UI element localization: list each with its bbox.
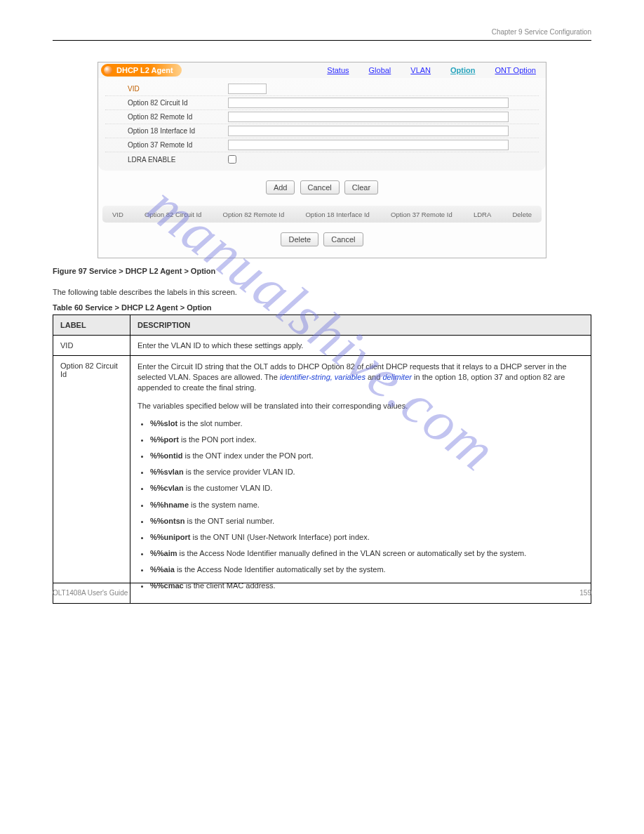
col-vid: VID [112, 211, 123, 218]
variable-desc: is the Access Node Identifier automatica… [175, 565, 386, 574]
col-opt82c: Option 82 Circuit Id [145, 211, 201, 218]
row0-desc: Enter the VLAN ID to which these setting… [130, 336, 591, 356]
list-item: %%aim is the Access Node Identifier manu… [150, 548, 584, 559]
row-opt18-interface: Option 18 Interface Id [105, 124, 539, 138]
list-item: %%port is the PON port index. [150, 435, 584, 445]
variable-desc: is the ONT index under the PON port. [182, 451, 313, 460]
variable-desc: is the customer VLAN ID. [184, 484, 273, 492]
add-button[interactable]: Add [266, 180, 295, 194]
cancel-bottom-button[interactable]: Cancel [323, 232, 363, 246]
nav-vlan-link[interactable]: VLAN [410, 66, 431, 74]
panel-title: DHCP L2 Agent [116, 66, 173, 74]
variable-desc: is the ONT UNI (User-Network Interface) … [190, 533, 369, 541]
nav-status-link[interactable]: Status [327, 66, 349, 74]
th-desc: DESCRIPTION [130, 315, 591, 336]
row1-p1var2: delimiter [382, 373, 412, 381]
row1-p1: Enter the Circuit ID string that the OLT… [137, 362, 584, 394]
row-ldra: LDRA ENABLE [105, 152, 539, 166]
variable-name: %%port [150, 435, 179, 444]
footer-rule [53, 583, 591, 583]
page-header-right: Chapter 9 Service Configuration [53, 28, 591, 36]
explain-line: The following table describes the labels… [53, 288, 591, 296]
variable-name: %%slot [150, 419, 177, 428]
variable-name: %%uniport [150, 533, 190, 541]
nav-ont-option-link[interactable]: ONT Option [495, 66, 537, 74]
row-opt37-remote: Option 37 Remote Id [105, 138, 539, 152]
list-item: %%svlan is the service provider VLAN ID. [150, 467, 584, 477]
opt18-interface-input[interactable] [228, 126, 509, 136]
row1-label: Option 82 Circuit Id [53, 356, 130, 604]
opt37-remote-input[interactable] [228, 140, 509, 150]
list-item: %%cvlan is the customer VLAN ID. [150, 483, 584, 494]
ldra-checkbox[interactable] [228, 155, 236, 164]
opt82-remote-input[interactable] [228, 112, 509, 122]
row-vid: VID [105, 82, 539, 96]
opt82-remote-label: Option 82 Remote Id [105, 113, 228, 121]
row1-p1var: identifier-string, variables [280, 373, 365, 381]
vid-label: VID [105, 85, 228, 93]
ldra-label: LDRA ENABLE [105, 156, 228, 164]
opt37-remote-label: Option 37 Remote Id [105, 141, 228, 149]
cancel-button[interactable]: Cancel [300, 180, 340, 194]
variable-name: %%cvlan [150, 484, 184, 492]
description-table: LABEL DESCRIPTION VID Enter the VLAN ID … [53, 315, 591, 604]
clear-button[interactable]: Clear [344, 180, 378, 194]
panel-title-bar: DHCP L2 Agent [101, 64, 182, 77]
variable-desc: is the PON port index. [179, 435, 257, 444]
footer-left: OLT1408A User's Guide [53, 589, 128, 597]
table-rest: Service > DHCP L2 Agent > Option [85, 303, 211, 312]
figure-rest: Service > DHCP L2 Agent > Option [89, 267, 215, 275]
column-header-bar: VID Option 82 Circuit Id Option 82 Remot… [102, 206, 542, 223]
variable-name: %%aia [150, 565, 175, 574]
list-item: %%ontsn is the ONT serial number. [150, 516, 584, 527]
th-label: LABEL [53, 315, 130, 336]
variable-desc: is the Access Node Identifier manually d… [177, 549, 527, 557]
variable-desc: is the system name. [189, 501, 260, 509]
row-opt82-remote: Option 82 Remote Id [105, 110, 539, 124]
panel-header: DHCP L2 Agent Status Global VLAN Option … [98, 62, 546, 78]
row1-desc: Enter the Circuit ID string that the OLT… [130, 356, 591, 604]
table-row: Option 82 Circuit Id Enter the Circuit I… [53, 356, 591, 604]
variable-desc: is the ONT serial number. [185, 517, 275, 525]
panel-orb-icon [104, 66, 112, 74]
buttons-top: Add Cancel Clear [98, 171, 546, 206]
figure-prefix: Figure 97 [53, 267, 89, 275]
footer-right: 159 [579, 589, 591, 597]
page-footer: OLT1408A User's Guide 159 [53, 576, 591, 597]
variable-name: %%hname [150, 501, 189, 509]
variable-name: %%svlan [150, 468, 184, 476]
col-delete: Delete [512, 211, 531, 218]
nav-global-link[interactable]: Global [369, 66, 391, 74]
header-rule [53, 40, 591, 41]
variable-desc: is the slot number. [177, 419, 242, 428]
nav-option-link[interactable]: Option [450, 66, 475, 74]
row-opt82-circuit: Option 82 Circuit Id [105, 96, 539, 110]
table-prefix: Table 60 [53, 303, 85, 312]
col-opt82r: Option 82 Remote Id [223, 211, 285, 218]
panel-nav: Status Global VLAN Option ONT Option [327, 66, 546, 74]
vid-input[interactable] [228, 84, 267, 94]
list-item: %%ontid is the ONT index under the PON p… [150, 451, 584, 461]
opt82-circuit-input[interactable] [228, 98, 509, 108]
variable-list: %%slot is the slot number.%%port is the … [150, 418, 584, 592]
table-caption: Table 60 Service > DHCP L2 Agent > Optio… [53, 303, 591, 312]
variable-name: %%ontid [150, 451, 182, 460]
list-item: %%uniport is the ONT UNI (User-Network I… [150, 532, 584, 543]
row1-p2: The variables specified below will be tr… [137, 401, 584, 411]
list-item: %%slot is the slot number. [150, 418, 584, 429]
dhcp-option-panel: DHCP L2 Agent Status Global VLAN Option … [98, 62, 546, 258]
buttons-bottom: Delete Cancel [98, 223, 546, 258]
variable-name: %%aim [150, 549, 177, 557]
figure-caption: Figure 97 Service > DHCP L2 Agent > Opti… [53, 267, 591, 275]
list-item: %%aia is the Access Node Identifier auto… [150, 564, 584, 575]
list-item: %%hname is the system name. [150, 500, 584, 510]
row0-label: VID [53, 336, 130, 356]
opt82-circuit-label: Option 82 Circuit Id [105, 99, 228, 107]
row1-p1b: and [368, 373, 382, 381]
opt18-interface-label: Option 18 Interface Id [105, 127, 228, 135]
form-area: VID Option 82 Circuit Id Option 82 Remot… [98, 78, 546, 171]
delete-button[interactable]: Delete [281, 232, 318, 246]
col-opt18i: Option 18 Interface Id [305, 211, 369, 218]
variable-desc: is the service provider VLAN ID. [184, 468, 295, 476]
col-ldra: LDRA [474, 211, 491, 218]
